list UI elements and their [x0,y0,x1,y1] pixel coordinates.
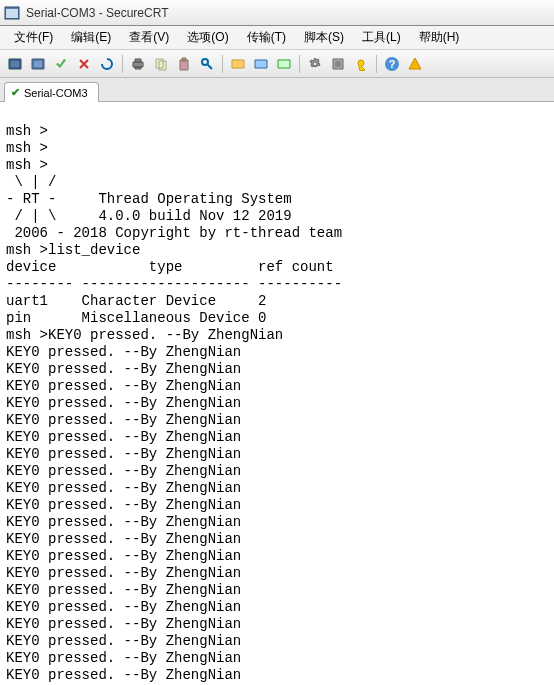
app-icon [4,5,20,21]
help-button[interactable]: ? [381,53,403,75]
disconnect-button[interactable] [73,53,95,75]
about-icon [407,56,423,72]
session-c-icon [276,56,292,72]
options-icon [307,56,323,72]
menu-item-5[interactable]: 脚本(S) [296,26,352,49]
print-button[interactable] [127,53,149,75]
menu-bar: 文件(F)编辑(E)查看(V)选项(O)传输(T)脚本(S)工具(L)帮助(H) [0,26,554,50]
key-icon [353,56,369,72]
menu-item-2[interactable]: 查看(V) [121,26,177,49]
copy-icon [153,56,169,72]
connect-button[interactable] [50,53,72,75]
reconnect-button[interactable] [96,53,118,75]
help-icon: ? [384,56,400,72]
tab-label: Serial-COM3 [24,87,88,99]
copy-button[interactable] [150,53,172,75]
toolbar-separator [299,55,300,73]
about-button[interactable] [404,53,426,75]
menu-item-6[interactable]: 工具(L) [354,26,409,49]
terminal-alt-icon [30,56,46,72]
tab-strip: ✔ Serial-COM3 [0,78,554,102]
svg-text:?: ? [389,58,396,70]
toolbar-separator [122,55,123,73]
title-bar: Serial-COM3 - SecureCRT [0,0,554,26]
toolbar: ? [0,50,554,78]
terminal-alt-button[interactable] [27,53,49,75]
svg-rect-1 [6,9,18,18]
session-b-icon [253,56,269,72]
print-icon [130,56,146,72]
paste-button[interactable] [173,53,195,75]
terminal-button[interactable] [4,53,26,75]
menu-item-1[interactable]: 编辑(E) [63,26,119,49]
session-a-button[interactable] [227,53,249,75]
menu-item-4[interactable]: 传输(T) [239,26,294,49]
session-b-button[interactable] [250,53,272,75]
menu-item-7[interactable]: 帮助(H) [411,26,468,49]
disconnect-icon [76,56,92,72]
check-icon: ✔ [11,86,20,99]
options-button[interactable] [304,53,326,75]
find-button[interactable] [196,53,218,75]
paste-icon [176,56,192,72]
properties-button[interactable] [327,53,349,75]
reconnect-icon [99,56,115,72]
terminal-output[interactable]: msh > msh > msh > \ | / - RT - Thread Op… [0,102,554,685]
menu-item-0[interactable]: 文件(F) [6,26,61,49]
session-c-button[interactable] [273,53,295,75]
find-icon [199,56,215,72]
connect-icon [53,56,69,72]
key-button[interactable] [350,53,372,75]
tab-serial-com3[interactable]: ✔ Serial-COM3 [4,82,99,102]
toolbar-separator [376,55,377,73]
menu-item-3[interactable]: 选项(O) [179,26,236,49]
session-a-icon [230,56,246,72]
window-title: Serial-COM3 - SecureCRT [26,6,168,20]
toolbar-separator [222,55,223,73]
properties-icon [330,56,346,72]
terminal-icon [7,56,23,72]
